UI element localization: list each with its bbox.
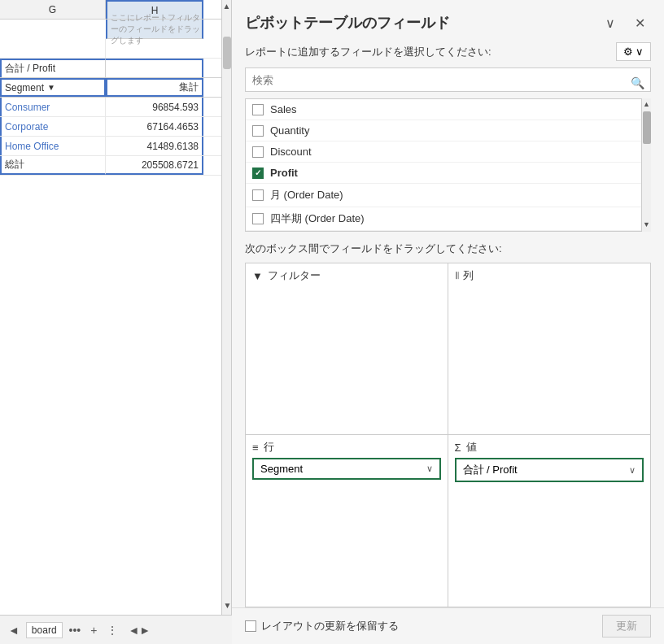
profit-checkbox[interactable]: ✓ bbox=[252, 168, 264, 179]
fields-scroll-thumb[interactable] bbox=[643, 111, 651, 144]
consumer-label: Consumer bbox=[0, 98, 106, 116]
scroll-down-arrow[interactable]: ▼ bbox=[223, 599, 232, 611]
field-profit[interactable]: ✓ Profit bbox=[246, 163, 650, 184]
panel-title: ピボットテーブルのフィールド bbox=[245, 13, 450, 33]
right-arrows-icon[interactable]: ◄► bbox=[124, 622, 154, 638]
bottom-bar: ◄ board ••• + ⋮ ◄► bbox=[0, 615, 232, 644]
field-quarter[interactable]: 四半期 (Order Date) bbox=[246, 207, 650, 231]
discount-checkbox[interactable] bbox=[252, 146, 264, 158]
total-value: 205508.6721 bbox=[106, 156, 203, 175]
values-box-header: Σ 値 bbox=[455, 440, 644, 455]
table-row: Corporate 67164.4653 bbox=[0, 117, 231, 137]
values-icon: Σ bbox=[455, 442, 461, 454]
sheet-tab[interactable]: board bbox=[26, 622, 63, 638]
values-field-dropdown[interactable]: 合計 / Profit ∨ bbox=[455, 458, 644, 482]
values-field-arrow: ∨ bbox=[629, 465, 636, 476]
profit-label: Profit bbox=[270, 167, 298, 179]
search-input[interactable] bbox=[245, 67, 651, 92]
quantity-checkbox[interactable] bbox=[252, 125, 264, 137]
homeoffice-value: 41489.6138 bbox=[106, 137, 203, 155]
corporate-label: Corporate bbox=[0, 117, 106, 136]
fields-list: Sales Quantity Discount ✓ Profit 月 (Orde… bbox=[245, 98, 651, 232]
columns-label: 列 bbox=[463, 268, 474, 283]
rows-icon: ≡ bbox=[252, 442, 259, 454]
total-label: 総計 bbox=[0, 156, 106, 175]
plus-icon[interactable]: + bbox=[87, 622, 100, 638]
pivot-panel: ピボットテーブルのフィールド ∨ ✕ レポートに追加するフィールドを選択してくだ… bbox=[232, 0, 664, 644]
defer-update-label: レイアウトの更新を保留する bbox=[261, 619, 399, 633]
sum-label: 集計 bbox=[179, 80, 199, 94]
rows-box: ≡ 行 Segment ∨ bbox=[246, 435, 448, 607]
values-label: 値 bbox=[466, 440, 477, 455]
columns-icon: ⦀ bbox=[455, 269, 458, 282]
quarter-checkbox[interactable] bbox=[252, 213, 264, 224]
sales-label: Sales bbox=[270, 103, 297, 115]
collapse-icon[interactable]: ∨ bbox=[599, 11, 622, 34]
month-checkbox[interactable] bbox=[252, 189, 264, 201]
fields-scrollbar[interactable]: ▲ ▼ bbox=[641, 98, 651, 232]
sum-value-cell-empty bbox=[106, 59, 203, 77]
quarter-label: 四半期 (Order Date) bbox=[270, 211, 365, 226]
gear-icon: ⚙ bbox=[623, 46, 633, 58]
defer-update-checkbox[interactable] bbox=[245, 620, 256, 632]
consumer-value: 96854.593 bbox=[106, 98, 203, 116]
corporate-value: 67164.4653 bbox=[106, 117, 203, 136]
filter-box-header: ▼ フィルター bbox=[252, 268, 441, 283]
search-row: 🔍 bbox=[232, 67, 664, 98]
subtitle-row: レポートに追加するフィールドを選択してください: ⚙ ∨ bbox=[232, 42, 664, 67]
fields-scroll-up[interactable]: ▲ bbox=[642, 98, 651, 110]
footer-row: レイアウトの更新を保留する 更新 bbox=[232, 607, 664, 644]
segment-header-cell[interactable]: Segment ▼ bbox=[0, 78, 106, 97]
rows-box-header: ≡ 行 bbox=[252, 440, 441, 455]
columns-box-header: ⦀ 列 bbox=[455, 268, 644, 283]
discount-label: Discount bbox=[270, 146, 312, 158]
update-button[interactable]: 更新 bbox=[602, 615, 651, 637]
sum-label-cell: 合計 / Profit bbox=[0, 59, 106, 77]
scroll-thumb[interactable] bbox=[223, 37, 231, 69]
spreadsheet-area: G H ここにレポートフィルターのフィールドをドラッグします 合計 / Prof… bbox=[0, 0, 232, 644]
boxes-grid: ▼ フィルター ⦀ 列 ≡ 行 Segment ∨ Σ bbox=[245, 263, 651, 607]
search-icon: 🔍 bbox=[631, 76, 644, 89]
field-sales[interactable]: Sales bbox=[246, 99, 650, 120]
vertical-scrollbar[interactable]: ▲ ▼ bbox=[221, 0, 231, 644]
field-discount[interactable]: Discount bbox=[246, 141, 650, 163]
scroll-up-arrow[interactable]: ▲ bbox=[222, 0, 231, 12]
total-row: 総計 205508.6721 bbox=[0, 156, 231, 176]
rows-field-dropdown[interactable]: Segment ∨ bbox=[252, 458, 441, 480]
ellipsis-icon[interactable]: ••• bbox=[66, 622, 85, 638]
segment-label: Segment bbox=[5, 82, 44, 94]
pivot-header-row: Segment ▼ 集計 bbox=[0, 78, 231, 98]
filter-icon: ▼ bbox=[252, 270, 263, 282]
fields-list-container: Sales Quantity Discount ✓ Profit 月 (Orde… bbox=[245, 98, 651, 232]
panel-subtitle: レポートに追加するフィールドを選択してください: bbox=[245, 45, 491, 59]
panel-header: ピボットテーブルのフィールド ∨ ✕ bbox=[232, 0, 664, 42]
sales-checkbox[interactable] bbox=[252, 104, 264, 115]
footer-checkbox-area: レイアウトの更新を保留する bbox=[245, 619, 399, 633]
homeoffice-label: Home Office bbox=[0, 137, 106, 155]
left-arrow-icon[interactable]: ◄ bbox=[5, 622, 23, 638]
segment-dropdown-arrow[interactable]: ▼ bbox=[47, 83, 55, 92]
table-row: Home Office 41489.6138 bbox=[0, 137, 231, 156]
quantity-label: Quantity bbox=[270, 124, 309, 137]
settings-button[interactable]: ⚙ ∨ bbox=[616, 42, 651, 61]
panel-header-icons: ∨ ✕ bbox=[599, 11, 651, 34]
rows-field-arrow: ∨ bbox=[426, 463, 433, 474]
settings-dropdown-arrow: ∨ bbox=[636, 46, 644, 58]
fields-scroll-down[interactable]: ▼ bbox=[642, 219, 651, 230]
drag-hint: ここにレポートフィルターのフィールドをドラッグします bbox=[106, 20, 203, 39]
field-quantity[interactable]: Quantity bbox=[246, 120, 650, 141]
vertical-dots-icon[interactable]: ⋮ bbox=[103, 622, 121, 638]
field-month[interactable]: 月 (Order Date) bbox=[246, 184, 650, 207]
sum-header-cell: 集計 bbox=[106, 78, 203, 97]
values-box: Σ 値 合計 / Profit ∨ bbox=[448, 435, 651, 607]
table-row: Consumer 96854.593 bbox=[0, 98, 231, 117]
filter-box: ▼ フィルター bbox=[246, 263, 448, 435]
month-label: 月 (Order Date) bbox=[270, 188, 343, 202]
values-field-label: 合計 / Profit bbox=[463, 463, 518, 477]
col-g-header: G bbox=[0, 0, 106, 19]
rows-label: 行 bbox=[264, 440, 274, 455]
columns-box: ⦀ 列 bbox=[448, 263, 651, 435]
close-icon[interactable]: ✕ bbox=[628, 11, 651, 34]
drag-section-title: 次のボックス間でフィールドをドラッグしてください: bbox=[232, 232, 664, 263]
col-g-label: G bbox=[49, 4, 56, 15]
